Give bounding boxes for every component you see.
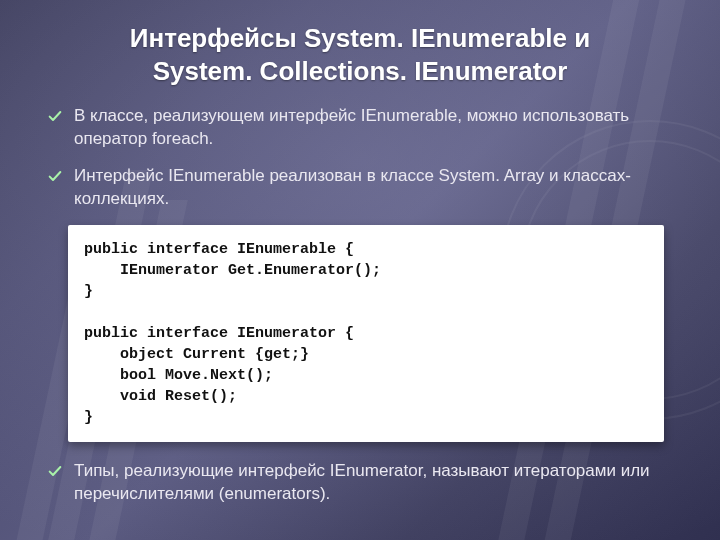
slide-title: Интерфейсы System. IEnumerable и System.…	[46, 22, 674, 87]
slide: Интерфейсы System. IEnumerable и System.…	[0, 0, 720, 540]
code-block: public interface IEnumerable { IEnumerat…	[68, 225, 664, 442]
bullet-item: В классе, реализующем интерфейс IEnumera…	[46, 105, 674, 151]
bullet-text: В классе, реализующем интерфейс IEnumera…	[74, 105, 674, 151]
title-line-2: System. Collections. IEnumerator	[153, 56, 568, 86]
title-line-1: Интерфейсы System. IEnumerable и	[130, 23, 590, 53]
bullet-item: Типы, реализующие интерфейс IEnumerator,…	[46, 460, 674, 506]
checkmark-icon	[46, 167, 64, 185]
bullet-text: Типы, реализующие интерфейс IEnumerator,…	[74, 460, 674, 506]
checkmark-icon	[46, 462, 64, 480]
checkmark-icon	[46, 107, 64, 125]
bullet-item: Интерфейс IEnumerable реализован в класс…	[46, 165, 674, 211]
bullet-text: Интерфейс IEnumerable реализован в класс…	[74, 165, 674, 211]
